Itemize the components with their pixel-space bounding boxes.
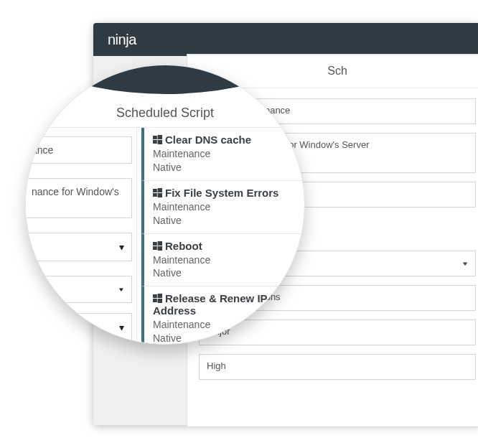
lens-name-input[interactable]: ance <box>26 136 132 164</box>
magnifier-lens: Scheduled Script ance nance for Window's… <box>25 65 305 345</box>
script-item[interactable]: Fix File System ErrorsMaintenanceNative <box>141 181 304 234</box>
windows-icon <box>153 135 162 144</box>
svg-rect-9 <box>158 241 162 246</box>
script-item[interactable]: Clear DNS cacheMaintenanceNative <box>141 128 304 181</box>
script-item[interactable]: RebootMaintenanceNative <box>141 234 304 287</box>
svg-rect-0 <box>153 136 157 139</box>
svg-rect-8 <box>153 242 157 246</box>
script-category: Maintenance <box>153 200 297 214</box>
script-category: Maintenance <box>153 147 297 161</box>
lens-timezone-select[interactable]: e <box>26 276 132 303</box>
svg-rect-4 <box>153 189 157 192</box>
lens-description-input[interactable]: nance for Window's <box>26 178 132 218</box>
script-type: Native <box>153 214 297 228</box>
app-brand: ninja <box>93 23 478 56</box>
svg-rect-14 <box>153 299 157 302</box>
windows-icon <box>153 188 162 197</box>
windows-icon <box>153 241 162 251</box>
script-name: Fix File System Errors <box>165 187 278 199</box>
svg-rect-3 <box>158 140 162 144</box>
priority-select[interactable]: High <box>199 354 476 380</box>
lens-left-column: ance nance for Window's e <box>26 127 137 344</box>
lens-schedule-select[interactable] <box>26 233 132 261</box>
svg-rect-6 <box>153 193 157 197</box>
script-name: Clear DNS cache <box>165 134 251 146</box>
script-title: Fix File System Errors <box>153 187 297 199</box>
svg-rect-15 <box>158 299 162 303</box>
script-type: Native <box>153 266 297 280</box>
svg-rect-13 <box>158 294 162 298</box>
svg-rect-2 <box>153 140 157 144</box>
svg-rect-1 <box>158 135 162 139</box>
svg-rect-12 <box>153 294 157 298</box>
script-name: Reboot <box>165 240 202 252</box>
svg-rect-7 <box>158 193 162 197</box>
script-category: Maintenance <box>153 253 297 267</box>
script-title: Clear DNS cache <box>153 134 297 146</box>
lens-title: Scheduled Script <box>26 106 304 121</box>
script-name: Release & Renew IP Address <box>153 292 267 317</box>
script-title: Reboot <box>153 240 297 252</box>
script-type: Native <box>153 161 297 174</box>
windows-icon <box>153 294 162 303</box>
svg-rect-5 <box>158 188 162 192</box>
svg-rect-11 <box>158 246 162 251</box>
svg-rect-10 <box>153 246 157 250</box>
severity-select[interactable]: Major <box>199 319 476 345</box>
